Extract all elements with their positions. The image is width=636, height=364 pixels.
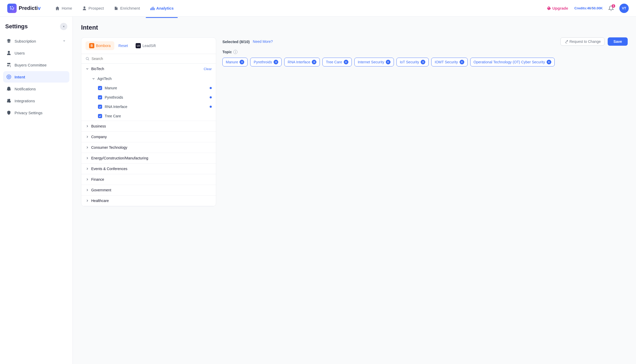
tag-ot-cyber-security: Operational Technology (OT) Cyber Securi…: [470, 58, 555, 66]
sidebar-item-integrations[interactable]: Integrations: [3, 95, 69, 106]
category-finance-header[interactable]: Finance: [81, 174, 216, 185]
tag-pyrethroids: Pyrethroids ✕: [250, 58, 282, 66]
need-more-link[interactable]: Need More?: [253, 39, 273, 44]
chevron-left-icon: [62, 25, 65, 28]
chevron-down-sub-icon: [92, 77, 95, 80]
topic-info-icon[interactable]: i: [233, 50, 237, 54]
layers-icon: [6, 38, 11, 44]
category-government-header[interactable]: Government: [81, 185, 216, 195]
tag-iot-security: IoT Security ✕: [396, 58, 429, 66]
activity-dot: [210, 96, 212, 98]
chevron-right-icon: [85, 135, 89, 139]
remove-tag-ot-cyber-security[interactable]: ✕: [547, 60, 551, 64]
top-navigation: Predictiv Home Prospect Enrichment Analy…: [0, 0, 636, 17]
activity-dot: [210, 106, 212, 108]
category-energy-header[interactable]: Energy/Construction/Manufacturing: [81, 153, 216, 163]
svg-rect-7: [150, 8, 151, 10]
category-healthcare: Healthcare: [81, 196, 216, 206]
checkbox-rna-interface: [98, 105, 102, 109]
shield-icon: [6, 110, 11, 115]
logo-area[interactable]: Predictiv: [7, 4, 41, 13]
category-government: Government: [81, 185, 216, 196]
chevron-right-icon: [85, 124, 89, 128]
subcategory-agritech: AgriTech Manure: [81, 74, 216, 121]
check-icon: [99, 105, 101, 108]
sidebar: Settings Subscription Users Buyers Commi…: [0, 17, 73, 364]
person-icon: [82, 6, 87, 11]
collapse-sidebar-button[interactable]: [60, 23, 67, 30]
tabs-row: B Bombora Reset LS LeadSift: [81, 38, 216, 54]
svg-rect-6: [115, 9, 116, 9]
sidebar-item-subscription[interactable]: Subscription: [3, 35, 69, 47]
sidebar-nav: Subscription Users Buyers Committee Inte…: [0, 35, 72, 118]
remove-tag-iomt-security[interactable]: ✕: [460, 60, 464, 64]
category-events: Events & Conferences: [81, 164, 216, 174]
rocket-icon: [546, 6, 551, 11]
category-biotech: BioTech Clear AgriTech: [81, 64, 216, 121]
clear-biotech-button[interactable]: Clear: [204, 67, 212, 71]
nav-links: Home Prospect Enrichment Analytics: [51, 4, 544, 13]
remove-tag-internet-security[interactable]: ✕: [386, 60, 390, 64]
category-events-header[interactable]: Events & Conferences: [81, 164, 216, 174]
svg-rect-5: [115, 8, 117, 8]
category-healthcare-header[interactable]: Healthcare: [81, 196, 216, 206]
category-consumer-technology-header[interactable]: Consumer Technology: [81, 142, 216, 153]
category-biotech-header[interactable]: BioTech Clear: [81, 64, 216, 74]
category-tree: BioTech Clear AgriTech: [81, 64, 216, 206]
category-company-header[interactable]: Company: [81, 132, 216, 142]
sidebar-item-notifications[interactable]: Notifications: [3, 83, 69, 95]
nav-right: Upgrade Credits:46/50.00K 1 VT: [544, 4, 629, 13]
request-to-change-button[interactable]: Request to Change: [560, 37, 605, 46]
sidebar-title: Settings: [5, 23, 28, 30]
nav-item-enrichment[interactable]: Enrichment: [110, 4, 144, 13]
svg-point-1: [12, 6, 13, 7]
tree-item-pyrethroids[interactable]: Pyrethroids: [88, 93, 216, 102]
sidebar-item-buyers-committee[interactable]: Buyers Committee: [3, 59, 69, 71]
checkbox-manure: [98, 86, 102, 90]
sidebar-item-users[interactable]: Users: [3, 47, 69, 59]
svg-point-4: [12, 9, 14, 10]
nav-item-prospect[interactable]: Prospect: [78, 4, 108, 13]
svg-point-13: [9, 77, 9, 77]
nav-item-home[interactable]: Home: [51, 4, 76, 13]
tag-internet-security: Internet Security ✕: [354, 58, 394, 66]
puzzle-icon: [6, 98, 11, 103]
avatar[interactable]: VT: [619, 4, 629, 13]
subcategory-agritech-header[interactable]: AgriTech: [88, 74, 216, 83]
category-business-header[interactable]: Business: [81, 121, 216, 131]
search-input[interactable]: [91, 57, 212, 61]
sidebar-item-privacy-settings[interactable]: Privacy Settings: [3, 107, 69, 118]
tab-leadsift[interactable]: LS LeadSift: [132, 41, 159, 50]
nav-item-analytics[interactable]: Analytics: [146, 4, 178, 13]
remove-tag-manure[interactable]: ✕: [240, 60, 244, 64]
page-title: Intent: [81, 24, 628, 31]
tree-item-tree-care[interactable]: Tree Care: [88, 111, 216, 121]
leadsift-icon: LS: [136, 43, 141, 48]
tag-rna-interface: RNA Interface ✕: [284, 58, 320, 66]
svg-rect-8: [151, 7, 152, 10]
tag-tree-care: Tree Care ✕: [322, 58, 352, 66]
tree-item-rna-interface[interactable]: RNA Interface: [88, 102, 216, 111]
check-icon: [99, 115, 101, 117]
logo-icon: [7, 4, 17, 13]
sidebar-item-intent[interactable]: Intent: [3, 71, 69, 83]
remove-tag-iot-security[interactable]: ✕: [421, 60, 425, 64]
remove-tag-pyrethroids[interactable]: ✕: [274, 60, 278, 64]
tree-item-manure[interactable]: Manure: [88, 83, 216, 93]
tag-iomt-security: IOMT Security ✕: [431, 58, 467, 66]
chevron-down-icon: [62, 39, 66, 43]
chevron-right-icon: [85, 156, 89, 160]
chevron-right-icon: [85, 199, 89, 203]
sidebar-header: Settings: [0, 23, 72, 35]
upgrade-button[interactable]: Upgrade: [544, 5, 570, 12]
save-button[interactable]: Save: [608, 37, 628, 46]
check-icon: [99, 96, 101, 99]
tab-bombora[interactable]: B Bombora: [85, 41, 114, 50]
remove-tag-rna-interface[interactable]: ✕: [312, 60, 316, 64]
notification-button[interactable]: 1: [607, 4, 615, 12]
category-finance: Finance: [81, 174, 216, 185]
reset-button[interactable]: Reset: [118, 44, 128, 48]
svg-point-0: [10, 6, 11, 8]
left-panel: B Bombora Reset LS LeadSift: [81, 37, 216, 206]
remove-tag-tree-care[interactable]: ✕: [344, 60, 348, 64]
